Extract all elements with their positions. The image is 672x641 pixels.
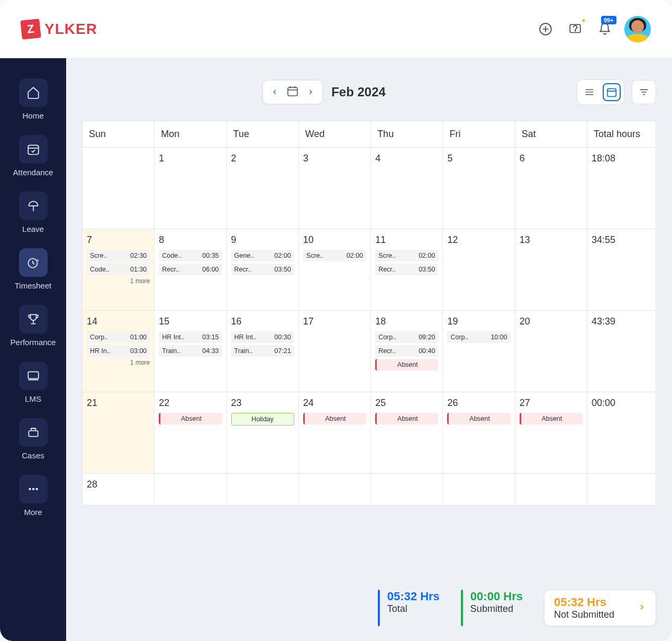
help-button[interactable]: ✦: [565, 19, 585, 39]
avatar[interactable]: [624, 16, 651, 42]
calendar-icon[interactable]: [286, 85, 299, 100]
calendar-day[interactable]: 5: [443, 148, 515, 229]
absent-badge[interactable]: Absent: [520, 413, 583, 425]
calendar-day[interactable]: 23Holiday: [226, 392, 298, 474]
calendar-day[interactable]: 18Corp..09:20Recr..00:40Absent: [371, 311, 443, 392]
calendar-day[interactable]: 3: [298, 148, 370, 229]
calendar-day[interactable]: [155, 474, 226, 505]
sidebar-item-label: LMS: [25, 394, 41, 403]
day-number: 15: [159, 316, 222, 327]
day-number: 5: [447, 153, 510, 164]
calendar-day[interactable]: 2: [226, 148, 298, 229]
entry-time: 10:00: [491, 333, 507, 341]
holiday-badge[interactable]: Holiday: [231, 413, 294, 426]
sidebar-item-cases[interactable]: Cases: [0, 414, 66, 470]
absent-badge[interactable]: Absent: [159, 413, 222, 425]
notifications-button[interactable]: 99+: [595, 19, 615, 39]
sidebar-item-timesheet[interactable]: Timesheet: [0, 244, 66, 300]
calendar-view-button[interactable]: [603, 83, 621, 101]
calendar-day[interactable]: 13: [515, 229, 587, 311]
time-entry[interactable]: Corp..10:00: [447, 331, 510, 343]
prev-month[interactable]: [269, 87, 280, 97]
list-view-button[interactable]: [580, 83, 598, 101]
calendar-day[interactable]: 7Scre..02:30Code..01:301 more: [83, 229, 155, 311]
time-entry[interactable]: Corp..09:20: [375, 331, 438, 343]
calendar-day[interactable]: 20: [515, 311, 587, 392]
time-entry[interactable]: Recr..00:40: [375, 345, 438, 357]
calendar-day[interactable]: [226, 474, 298, 505]
calendar-day[interactable]: 21: [83, 392, 155, 474]
time-entry[interactable]: Train..07:21: [231, 345, 294, 357]
sidebar-item-more[interactable]: More: [0, 471, 66, 526]
entry-time: 00:40: [419, 347, 435, 355]
sidebar-item-home[interactable]: Home: [0, 74, 66, 130]
time-entry[interactable]: Code..00:35: [159, 250, 222, 261]
svg-rect-21: [288, 87, 297, 96]
calendar-day[interactable]: 12: [443, 229, 515, 311]
more-link[interactable]: 1 more: [87, 277, 150, 285]
submitted-label: Submitted: [470, 603, 523, 615]
absent-badge[interactable]: Absent: [375, 413, 438, 425]
avatar-body: [627, 34, 648, 42]
entry-label: Corp..: [90, 333, 108, 341]
calendar-header: Fri: [443, 121, 515, 148]
day-number: 17: [303, 316, 366, 327]
calendar-day[interactable]: 6: [515, 148, 587, 229]
calendar-day[interactable]: 28: [83, 474, 155, 505]
calendar-day[interactable]: [371, 474, 443, 505]
calendar-day[interactable]: 25Absent: [371, 392, 443, 474]
calendar-day[interactable]: 10Scre..02:00: [298, 229, 370, 311]
trophy-icon: [19, 305, 48, 333]
calendar-day[interactable]: [298, 474, 370, 505]
calendar-day[interactable]: 16HR Int..00:30Train..07:21: [226, 311, 298, 392]
time-entry[interactable]: Scre..02:00: [303, 250, 366, 261]
filter-button[interactable]: [632, 80, 656, 104]
svg-rect-5: [28, 145, 39, 154]
time-entry[interactable]: Corp..01:00: [87, 331, 150, 343]
more-link[interactable]: 1 more: [87, 359, 150, 366]
calendar-day[interactable]: 14Corp..01:00HR In..03:001 more: [83, 311, 155, 392]
time-entry[interactable]: HR In..03:00: [87, 345, 150, 357]
calendar-day[interactable]: 17: [298, 311, 370, 392]
calendar-day[interactable]: 24Absent: [298, 392, 370, 474]
calendar-day[interactable]: 27Absent: [515, 392, 587, 474]
calendar-day[interactable]: [515, 474, 587, 505]
time-entry[interactable]: Scre..02:30: [87, 250, 150, 261]
sidebar-item-attendance[interactable]: Attendance: [0, 131, 66, 186]
calendar-day[interactable]: 22Absent: [155, 392, 226, 474]
entry-time: 03:00: [130, 347, 147, 355]
time-entry[interactable]: Code..01:30: [87, 264, 150, 275]
calendar-day[interactable]: 19Corp..10:00: [443, 311, 515, 392]
calendar-day[interactable]: [443, 474, 515, 505]
sidebar-item-label: Timesheet: [15, 281, 51, 290]
calendar-day[interactable]: 1: [155, 148, 226, 229]
calendar-day[interactable]: 26Absent: [443, 392, 515, 474]
time-entry[interactable]: Recr..06:00: [159, 264, 222, 275]
time-entry[interactable]: Train..04:33: [159, 345, 222, 357]
sidebar-item-leave[interactable]: Leave: [0, 187, 66, 243]
calendar-day[interactable]: 4: [371, 148, 443, 229]
calendar-day[interactable]: 9Gene..02:00Recr..03:50: [226, 229, 298, 311]
absent-badge[interactable]: Absent: [303, 413, 366, 425]
time-entry[interactable]: HR Int..03:15: [159, 331, 222, 343]
time-entry[interactable]: Gene..02:00: [231, 250, 294, 261]
time-entry[interactable]: Scre..02:00: [375, 250, 438, 261]
absent-badge[interactable]: Absent: [447, 413, 510, 425]
calendar-day[interactable]: 15HR Int..03:15Train..04:33: [155, 311, 226, 392]
time-entry[interactable]: Recr..03:50: [375, 264, 438, 275]
calendar-day[interactable]: 8Code..00:35Recr..06:00: [155, 229, 226, 311]
calendar-day[interactable]: [83, 148, 155, 229]
sidebar-item-lms[interactable]: LMS: [0, 357, 66, 413]
entry-time: 07:21: [275, 347, 291, 355]
absent-badge[interactable]: Absent: [375, 359, 438, 371]
next-month[interactable]: [305, 87, 316, 97]
time-entry[interactable]: HR Int..00:30: [231, 331, 294, 343]
calendar-day[interactable]: 11Scre..02:00Recr..03:50: [371, 229, 443, 311]
entry-time: 00:35: [202, 252, 219, 259]
time-entry[interactable]: Recr..03:50: [231, 264, 294, 275]
sidebar-item-performance[interactable]: Performance: [0, 301, 66, 356]
calendar-header: Total hours: [587, 121, 656, 148]
stat-not-submitted[interactable]: 05:32 Hrs Not Submitted: [544, 590, 656, 626]
add-button[interactable]: [535, 19, 556, 39]
brand-name: YLKER: [44, 21, 97, 38]
